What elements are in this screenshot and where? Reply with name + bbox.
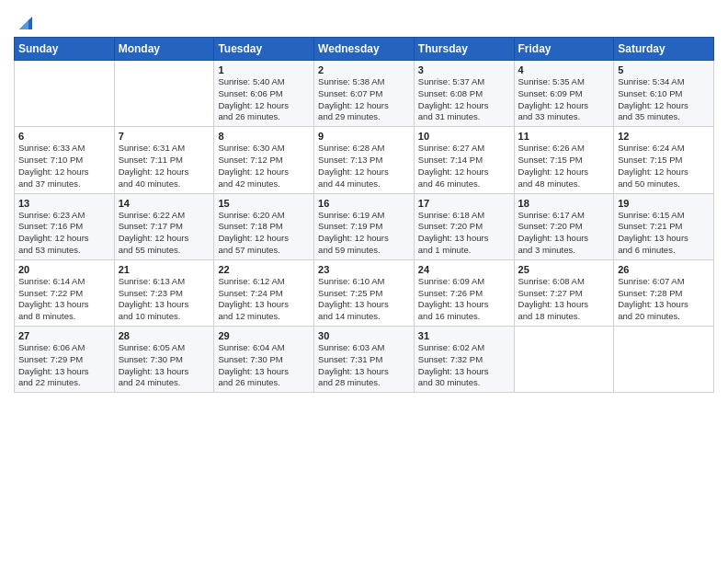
day-info: Sunrise: 6:15 AM Sunset: 7:21 PM Dayligh… bbox=[618, 210, 710, 257]
calendar-cell: 25Sunrise: 6:08 AM Sunset: 7:27 PM Dayli… bbox=[514, 259, 614, 326]
logo bbox=[14, 13, 36, 33]
calendar-body: 1Sunrise: 5:40 AM Sunset: 6:06 PM Daylig… bbox=[15, 61, 714, 393]
day-info: Sunrise: 6:06 AM Sunset: 7:29 PM Dayligh… bbox=[18, 342, 110, 389]
calendar-cell: 6Sunrise: 6:33 AM Sunset: 7:10 PM Daylig… bbox=[15, 127, 115, 193]
day-info: Sunrise: 6:09 AM Sunset: 7:26 PM Dayligh… bbox=[418, 276, 510, 323]
day-number: 16 bbox=[318, 198, 410, 209]
header bbox=[14, 9, 714, 33]
calendar-cell bbox=[114, 61, 214, 127]
day-info: Sunrise: 6:22 AM Sunset: 7:17 PM Dayligh… bbox=[119, 210, 210, 257]
calendar-cell: 26Sunrise: 6:07 AM Sunset: 7:28 PM Dayli… bbox=[614, 259, 714, 326]
day-number: 11 bbox=[518, 131, 610, 142]
day-info: Sunrise: 6:10 AM Sunset: 7:25 PM Dayligh… bbox=[318, 276, 410, 323]
day-number: 5 bbox=[618, 64, 710, 75]
calendar-cell bbox=[614, 327, 714, 393]
calendar-cell: 1Sunrise: 5:40 AM Sunset: 6:06 PM Daylig… bbox=[214, 61, 314, 127]
day-number: 12 bbox=[618, 131, 710, 142]
day-info: Sunrise: 6:07 AM Sunset: 7:28 PM Dayligh… bbox=[618, 276, 710, 323]
calendar-cell: 27Sunrise: 6:06 AM Sunset: 7:29 PM Dayli… bbox=[15, 327, 115, 393]
week-row-5: 27Sunrise: 6:06 AM Sunset: 7:29 PM Dayli… bbox=[15, 327, 714, 393]
calendar-cell: 3Sunrise: 5:37 AM Sunset: 6:08 PM Daylig… bbox=[414, 61, 514, 127]
day-info: Sunrise: 5:38 AM Sunset: 6:07 PM Dayligh… bbox=[318, 76, 410, 123]
calendar-cell: 11Sunrise: 6:26 AM Sunset: 7:15 PM Dayli… bbox=[514, 127, 614, 193]
day-info: Sunrise: 5:35 AM Sunset: 6:09 PM Dayligh… bbox=[518, 76, 610, 123]
day-info: Sunrise: 6:23 AM Sunset: 7:16 PM Dayligh… bbox=[18, 210, 110, 257]
day-number: 24 bbox=[418, 264, 510, 275]
day-number: 9 bbox=[318, 131, 410, 142]
svg-marker-1 bbox=[19, 20, 28, 29]
header-day-friday: Friday bbox=[514, 38, 614, 61]
header-row: SundayMondayTuesdayWednesdayThursdayFrid… bbox=[15, 38, 714, 61]
day-info: Sunrise: 6:19 AM Sunset: 7:19 PM Dayligh… bbox=[318, 210, 410, 257]
calendar-cell: 24Sunrise: 6:09 AM Sunset: 7:26 PM Dayli… bbox=[414, 259, 514, 326]
calendar-cell bbox=[15, 61, 115, 127]
calendar-cell: 28Sunrise: 6:05 AM Sunset: 7:30 PM Dayli… bbox=[114, 327, 214, 393]
header-day-saturday: Saturday bbox=[614, 38, 714, 61]
day-number: 29 bbox=[218, 330, 310, 341]
day-info: Sunrise: 5:34 AM Sunset: 6:10 PM Dayligh… bbox=[618, 76, 710, 123]
day-info: Sunrise: 6:33 AM Sunset: 7:10 PM Dayligh… bbox=[18, 143, 110, 190]
day-info: Sunrise: 6:24 AM Sunset: 7:15 PM Dayligh… bbox=[618, 143, 710, 190]
calendar-cell: 31Sunrise: 6:02 AM Sunset: 7:32 PM Dayli… bbox=[414, 327, 514, 393]
day-number: 18 bbox=[518, 198, 610, 209]
calendar-table: SundayMondayTuesdayWednesdayThursdayFrid… bbox=[14, 37, 714, 393]
day-number: 1 bbox=[218, 64, 310, 75]
day-info: Sunrise: 6:18 AM Sunset: 7:20 PM Dayligh… bbox=[418, 210, 510, 257]
calendar-cell: 19Sunrise: 6:15 AM Sunset: 7:21 PM Dayli… bbox=[614, 193, 714, 259]
page: SundayMondayTuesdayWednesdayThursdayFrid… bbox=[0, 0, 728, 563]
day-number: 31 bbox=[418, 330, 510, 341]
header-day-monday: Monday bbox=[114, 38, 214, 61]
calendar-cell: 23Sunrise: 6:10 AM Sunset: 7:25 PM Dayli… bbox=[314, 259, 415, 326]
calendar-cell: 16Sunrise: 6:19 AM Sunset: 7:19 PM Dayli… bbox=[314, 193, 415, 259]
calendar-cell: 9Sunrise: 6:28 AM Sunset: 7:13 PM Daylig… bbox=[314, 127, 415, 193]
calendar-cell: 18Sunrise: 6:17 AM Sunset: 7:20 PM Dayli… bbox=[514, 193, 614, 259]
calendar-cell: 21Sunrise: 6:13 AM Sunset: 7:23 PM Dayli… bbox=[114, 259, 214, 326]
day-number: 28 bbox=[119, 330, 210, 341]
day-info: Sunrise: 5:40 AM Sunset: 6:06 PM Dayligh… bbox=[218, 76, 310, 123]
calendar-cell: 22Sunrise: 6:12 AM Sunset: 7:24 PM Dayli… bbox=[214, 259, 314, 326]
day-number: 2 bbox=[318, 64, 410, 75]
day-number: 30 bbox=[318, 330, 410, 341]
calendar-cell bbox=[514, 327, 614, 393]
day-info: Sunrise: 6:13 AM Sunset: 7:23 PM Dayligh… bbox=[119, 276, 210, 323]
day-info: Sunrise: 5:37 AM Sunset: 6:08 PM Dayligh… bbox=[418, 76, 510, 123]
week-row-4: 20Sunrise: 6:14 AM Sunset: 7:22 PM Dayli… bbox=[15, 259, 714, 326]
calendar-cell: 4Sunrise: 5:35 AM Sunset: 6:09 PM Daylig… bbox=[514, 61, 614, 127]
header-day-wednesday: Wednesday bbox=[314, 38, 415, 61]
week-row-3: 13Sunrise: 6:23 AM Sunset: 7:16 PM Dayli… bbox=[15, 193, 714, 259]
day-info: Sunrise: 6:17 AM Sunset: 7:20 PM Dayligh… bbox=[518, 210, 610, 257]
logo-icon bbox=[16, 13, 36, 33]
day-info: Sunrise: 6:31 AM Sunset: 7:11 PM Dayligh… bbox=[119, 143, 210, 190]
day-info: Sunrise: 6:08 AM Sunset: 7:27 PM Dayligh… bbox=[518, 276, 610, 323]
day-number: 15 bbox=[218, 198, 310, 209]
day-number: 8 bbox=[218, 131, 310, 142]
day-number: 19 bbox=[618, 198, 710, 209]
calendar-cell: 17Sunrise: 6:18 AM Sunset: 7:20 PM Dayli… bbox=[414, 193, 514, 259]
calendar-header: SundayMondayTuesdayWednesdayThursdayFrid… bbox=[15, 38, 714, 61]
day-info: Sunrise: 6:05 AM Sunset: 7:30 PM Dayligh… bbox=[119, 342, 210, 389]
calendar-cell: 5Sunrise: 5:34 AM Sunset: 6:10 PM Daylig… bbox=[614, 61, 714, 127]
day-info: Sunrise: 6:02 AM Sunset: 7:32 PM Dayligh… bbox=[418, 342, 510, 389]
header-day-thursday: Thursday bbox=[414, 38, 514, 61]
day-number: 21 bbox=[119, 264, 210, 275]
day-info: Sunrise: 6:27 AM Sunset: 7:14 PM Dayligh… bbox=[418, 143, 510, 190]
day-number: 4 bbox=[518, 64, 610, 75]
header-day-sunday: Sunday bbox=[15, 38, 115, 61]
day-number: 7 bbox=[119, 131, 210, 142]
calendar-cell: 29Sunrise: 6:04 AM Sunset: 7:30 PM Dayli… bbox=[214, 327, 314, 393]
day-number: 10 bbox=[418, 131, 510, 142]
calendar-cell: 20Sunrise: 6:14 AM Sunset: 7:22 PM Dayli… bbox=[15, 259, 115, 326]
week-row-1: 1Sunrise: 5:40 AM Sunset: 6:06 PM Daylig… bbox=[15, 61, 714, 127]
day-info: Sunrise: 6:20 AM Sunset: 7:18 PM Dayligh… bbox=[218, 210, 310, 257]
day-number: 27 bbox=[18, 330, 110, 341]
day-number: 14 bbox=[119, 198, 210, 209]
day-number: 20 bbox=[18, 264, 110, 275]
day-number: 17 bbox=[418, 198, 510, 209]
calendar-cell: 30Sunrise: 6:03 AM Sunset: 7:31 PM Dayli… bbox=[314, 327, 415, 393]
day-number: 6 bbox=[18, 131, 110, 142]
week-row-2: 6Sunrise: 6:33 AM Sunset: 7:10 PM Daylig… bbox=[15, 127, 714, 193]
calendar-cell: 7Sunrise: 6:31 AM Sunset: 7:11 PM Daylig… bbox=[114, 127, 214, 193]
day-number: 23 bbox=[318, 264, 410, 275]
calendar-cell: 8Sunrise: 6:30 AM Sunset: 7:12 PM Daylig… bbox=[214, 127, 314, 193]
day-number: 22 bbox=[218, 264, 310, 275]
